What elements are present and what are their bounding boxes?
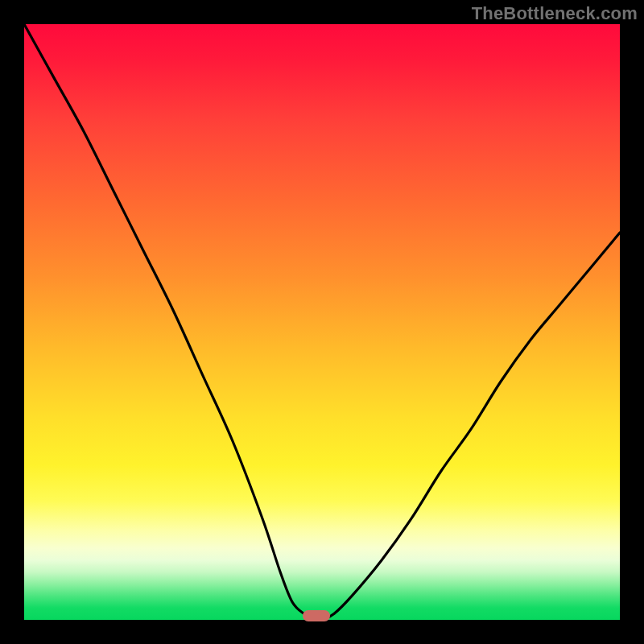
optimum-marker — [303, 610, 330, 621]
bottleneck-curve — [24, 24, 620, 620]
chart-frame: TheBottleneck.com — [0, 0, 644, 644]
watermark-text: TheBottleneck.com — [472, 3, 638, 24]
plot-area — [24, 24, 620, 620]
